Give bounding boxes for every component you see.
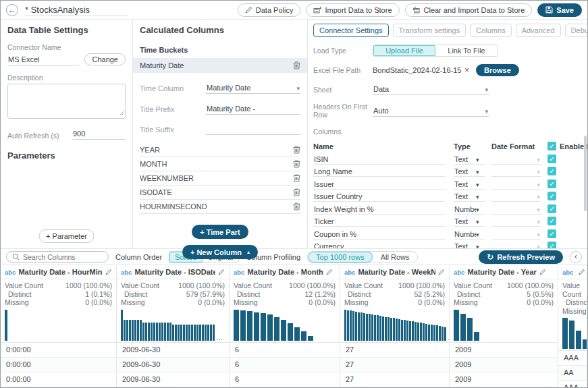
workbook-title-input[interactable]: [24, 3, 128, 16]
column-type-select[interactable]: Text ▾: [454, 167, 485, 177]
time-part-row[interactable]: YEAR: [140, 143, 300, 157]
time-part-row[interactable]: HOURMINSECOND: [140, 200, 300, 214]
trash-icon[interactable]: [293, 61, 300, 70]
enabled-checkbox[interactable]: ✓: [547, 179, 556, 188]
column-type-select[interactable]: Text ▾: [454, 242, 485, 248]
column-type-select[interactable]: Text ▾: [454, 155, 485, 165]
edit-column-icon[interactable]: [438, 269, 445, 275]
chevron-down-icon: ▾: [537, 169, 540, 175]
histogram-bar: [121, 310, 123, 341]
column-type-select[interactable]: Number ▾: [454, 229, 485, 240]
auto-refresh-input[interactable]: [72, 128, 125, 140]
time-part-row[interactable]: MONTH: [140, 157, 300, 171]
column-type-select[interactable]: Text ▾: [454, 192, 485, 202]
date-format-select[interactable]: ▾: [491, 168, 541, 177]
sheet-select[interactable]: Data ▾: [373, 84, 489, 95]
enabled-checkbox[interactable]: ✓: [547, 155, 556, 163]
tab-advanced[interactable]: Advanced: [516, 24, 561, 37]
edit-column-icon[interactable]: [579, 269, 585, 275]
date-format-select[interactable]: ▾: [491, 206, 541, 215]
load-type-link-to-file[interactable]: Link To File: [435, 45, 498, 56]
save-icon: [545, 6, 553, 13]
column-type-select[interactable]: Number ▾: [454, 204, 485, 215]
title-suffix-input[interactable]: [206, 124, 300, 135]
tab-connector-settings[interactable]: Connector Settings: [313, 24, 389, 37]
edit-column-icon[interactable]: [326, 269, 333, 275]
histogram-bar: [444, 327, 446, 341]
histogram-bar: [385, 317, 387, 341]
edit-column-icon[interactable]: [539, 269, 546, 275]
description-textarea[interactable]: [7, 84, 126, 119]
scrollbar[interactable]: [584, 136, 587, 211]
enabled-header: Enabled: [560, 142, 587, 150]
title-prefix-input[interactable]: Maturity Date -: [206, 103, 300, 115]
stat-row: Distinct: [562, 298, 583, 307]
time-part-row[interactable]: ISODATE: [140, 186, 300, 200]
refresh-preview-button[interactable]: ↻ Refresh Preview: [479, 250, 563, 264]
search-columns-box[interactable]: [6, 251, 109, 262]
tab-debug[interactable]: Debug: [565, 24, 587, 37]
chevron-down-icon: ▾: [296, 85, 300, 92]
date-format-select[interactable]: ▾: [491, 243, 541, 248]
tab-columns[interactable]: Columns: [470, 24, 511, 37]
import-data-to-store-button[interactable]: Import Data to Store: [306, 3, 399, 17]
histogram-bar: [431, 325, 433, 341]
data-table-settings-panel: Data Table Settings Connector Name Chang…: [1, 20, 133, 248]
column-type-select[interactable]: Text ▾: [454, 217, 485, 227]
trash-icon[interactable]: [293, 160, 300, 168]
stat-label: Missing: [562, 307, 587, 316]
load-type-upload-file[interactable]: Upload File: [373, 45, 435, 56]
enabled-checkbox[interactable]: ✓: [547, 167, 556, 175]
date-format-select[interactable]: ▾: [491, 156, 541, 165]
data-policy-button[interactable]: Data Policy: [238, 3, 301, 17]
time-bucket-selected[interactable]: Maturity Date: [133, 58, 307, 73]
histogram-bar: [308, 336, 313, 341]
tab-transform-settings[interactable]: Transform settings: [393, 24, 466, 37]
trash-icon[interactable]: [293, 146, 300, 154]
add-parameter-button[interactable]: + Parameter: [38, 229, 95, 243]
edit-column-icon[interactable]: [105, 269, 112, 275]
time-column-select[interactable]: Maturity Date ▾: [206, 82, 300, 94]
enabled-checkbox[interactable]: ✓: [547, 229, 556, 238]
change-connector-button[interactable]: Change: [84, 53, 126, 65]
date-format-select[interactable]: ▾: [491, 181, 541, 190]
enabled-checkbox[interactable]: ✓: [547, 204, 556, 213]
headers-on-first-row-label: Headers On First Row: [313, 103, 373, 119]
date-format-select[interactable]: ▾: [491, 231, 541, 240]
new-column-button[interactable]: + New Column ▴: [182, 245, 258, 259]
date-format-select[interactable]: ▾: [491, 218, 541, 227]
time-part-row[interactable]: WEEKNUMBER: [140, 171, 300, 186]
main-area: Data Table Settings Connector Name Chang…: [1, 20, 587, 249]
column-type-select[interactable]: Text ▾: [454, 179, 485, 190]
preview-cell: 2009-06-30: [117, 343, 229, 358]
histogram-bar: [377, 315, 379, 341]
collapse-panel-button[interactable]: ‹: [570, 251, 582, 263]
histogram-bar: [151, 323, 153, 341]
enable-all-checkbox[interactable]: ✓: [547, 142, 556, 150]
add-time-part-button[interactable]: + Time Part: [192, 225, 248, 239]
trash-icon[interactable]: [293, 188, 300, 196]
enabled-checkbox[interactable]: ✓: [547, 242, 556, 248]
browse-button[interactable]: Browse: [476, 64, 519, 76]
clear-file-icon[interactable]: ×: [464, 65, 469, 75]
trash-icon[interactable]: [293, 202, 300, 211]
save-button[interactable]: Save: [537, 3, 582, 17]
trash-icon[interactable]: [293, 174, 300, 182]
stat-value: 52 (5.2%): [414, 290, 445, 299]
connector-name-value[interactable]: [7, 54, 79, 65]
app-window: ← Data Policy Import Data to Store Clear…: [0, 0, 588, 388]
stat-row: Missing 0 (0.0%): [5, 298, 112, 307]
chevron-down-icon: ▾: [537, 244, 540, 248]
edit-column-icon[interactable]: [218, 269, 225, 275]
back-button[interactable]: ←: [6, 4, 18, 16]
profiling-top-1000-rows[interactable]: Top 1000 rows: [308, 252, 373, 262]
search-columns-input[interactable]: [23, 253, 103, 261]
histogram-bar: [210, 325, 212, 341]
clear-and-import-data-to-store-button[interactable]: Clear and Import Data to Store: [405, 3, 533, 17]
enabled-checkbox[interactable]: ✓: [547, 192, 556, 200]
search-icon: [12, 253, 20, 260]
date-format-select[interactable]: ▾: [491, 193, 541, 202]
headers-on-first-row-select[interactable]: Auto ▾: [373, 105, 489, 117]
enabled-checkbox[interactable]: ✓: [547, 217, 556, 225]
profiling-all-rows[interactable]: All Rows: [373, 252, 418, 262]
